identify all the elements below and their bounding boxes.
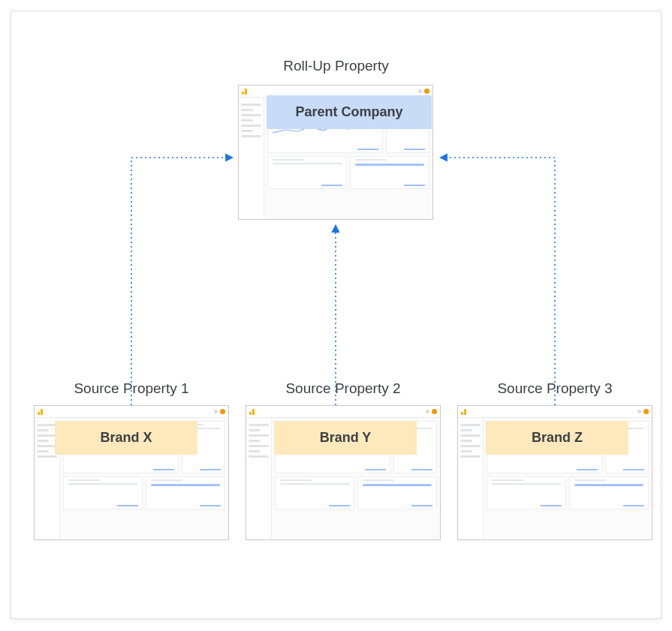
source-3-title: Source Property 3 [457, 380, 652, 397]
analytics-logo-icon [242, 88, 249, 95]
brand-y-chip: Brand Y [274, 421, 417, 455]
dashboard-sidebar [239, 98, 264, 219]
avatar-icon [220, 409, 225, 414]
parent-company-chip: Parent Company [267, 95, 432, 129]
source-1-title: Source Property 1 [34, 380, 229, 397]
header-dot-icon [418, 89, 422, 93]
analytics-logo-icon [38, 408, 44, 415]
avatar-icon [432, 409, 437, 414]
avatar-icon [643, 409, 649, 414]
source-2-title: Source Property 2 [246, 380, 441, 397]
analytics-logo-icon [249, 408, 256, 415]
summary-card [267, 156, 347, 189]
brand-x-chip: Brand X [55, 421, 197, 455]
brand-z-chip: Brand Z [486, 421, 628, 455]
analytics-logo-icon [461, 408, 468, 415]
summary-card [350, 156, 429, 189]
diagram-canvas: Roll-Up Property [11, 11, 661, 619]
rollup-title: Roll-Up Property [11, 58, 661, 74]
avatar-icon [424, 89, 429, 94]
